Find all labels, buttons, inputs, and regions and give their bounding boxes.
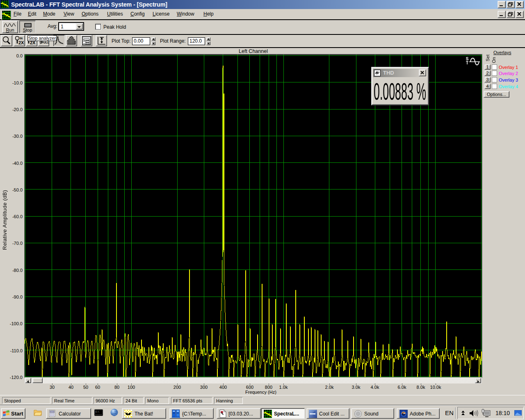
svg-text:C:\: C:\ (96, 411, 99, 413)
